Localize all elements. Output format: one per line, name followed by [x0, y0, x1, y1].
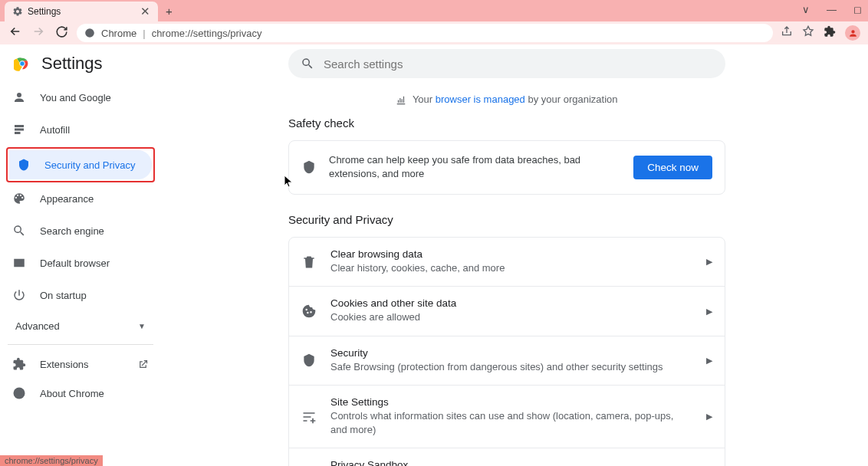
nav-autofill[interactable]: Autofill: [5, 115, 156, 144]
nav-search-engine[interactable]: Search engine: [5, 216, 156, 245]
row-title: Clear browsing data: [330, 248, 692, 260]
cookie-icon: [301, 304, 317, 319]
forward-button[interactable]: [31, 25, 46, 41]
nav-advanced[interactable]: Advanced ▼: [5, 313, 156, 340]
nav-about-chrome[interactable]: About Chrome: [5, 379, 156, 408]
nav-appearance[interactable]: Appearance: [5, 184, 156, 213]
minimize-button[interactable]: —: [827, 4, 837, 15]
toolbar: Chrome | chrome://settings/privacy: [0, 21, 868, 44]
divider: [8, 344, 153, 345]
back-button[interactable]: [8, 25, 23, 41]
toolbar-actions: [781, 25, 860, 41]
person-icon: [848, 28, 858, 38]
reload-button[interactable]: [54, 25, 69, 41]
trash-icon: [301, 254, 317, 270]
row-clear-browsing-data[interactable]: Clear browsing data Clear history, cooki…: [289, 238, 725, 286]
nav-label: About Chrome: [40, 388, 104, 399]
chevron-down-icon: ▼: [138, 322, 146, 330]
svg-point-4: [14, 388, 25, 399]
gear-icon: [12, 6, 23, 17]
autofill-icon: [12, 123, 26, 136]
puzzle-icon: [12, 357, 26, 371]
highlighted-nav-item: Security and Privacy: [6, 147, 155, 182]
nav-label: You and Google: [40, 92, 111, 103]
page-title: Settings: [41, 54, 103, 74]
row-title: Privacy Sandbox: [330, 459, 712, 466]
nav-extensions[interactable]: Extensions: [5, 350, 156, 379]
safety-check-section: Safety check Chrome can help keep you sa…: [288, 116, 725, 195]
status-bar: chrome://settings/privacy: [0, 455, 103, 466]
safety-check-desc: Chrome can help keep you safe from data …: [329, 153, 621, 182]
address-bar[interactable]: Chrome | chrome://settings/privacy: [77, 24, 773, 42]
nav-default-browser[interactable]: Default browser: [5, 248, 156, 277]
nav-label: Extensions: [40, 359, 89, 370]
managed-prefix: Your: [413, 94, 436, 105]
security-privacy-card: Clear browsing data Clear history, cooki…: [288, 237, 725, 466]
nav-label: Search engine: [40, 225, 104, 237]
tab-title: Settings: [28, 6, 61, 17]
nav-label: Advanced: [15, 320, 60, 332]
nav-label: Appearance: [40, 193, 94, 205]
separator: |: [143, 28, 145, 39]
row-title: Security: [330, 347, 692, 359]
section-title: Safety check: [288, 116, 725, 130]
nav-on-startup[interactable]: On startup: [5, 281, 156, 310]
row-subtitle: Controls what information sites can use …: [330, 409, 692, 437]
puzzle-icon[interactable]: [824, 25, 836, 41]
palette-icon: [12, 192, 26, 205]
window-controls: ∨ — ◻: [802, 4, 862, 15]
building-icon: [396, 95, 406, 106]
bookmark-button[interactable]: [802, 25, 814, 41]
managed-banner: Your browser is managed by your organiza…: [161, 94, 853, 106]
security-privacy-section: Security and Privacy Clear browsing data…: [288, 213, 725, 466]
row-title: Cookies and other site data: [330, 297, 692, 309]
row-site-settings[interactable]: Site Settings Controls what information …: [289, 385, 725, 448]
search-settings-bar[interactable]: [288, 49, 725, 78]
chevron-right-icon: ▶: [706, 257, 712, 267]
managed-suffix: by your organization: [525, 94, 618, 105]
check-now-button[interactable]: Check now: [633, 156, 712, 179]
maximize-button[interactable]: ◻: [853, 4, 862, 15]
chrome-icon: [12, 386, 26, 400]
chrome-logo-icon: [14, 55, 31, 72]
row-cookies[interactable]: Cookies and other site data Cookies are …: [289, 286, 725, 335]
person-icon: [12, 90, 26, 104]
verified-icon: [301, 159, 317, 175]
row-privacy-sandbox[interactable]: Privacy Sandbox: [289, 448, 725, 466]
nav-label: Default browser: [40, 258, 110, 269]
profile-avatar[interactable]: [845, 25, 860, 41]
nav-you-and-google[interactable]: You and Google: [5, 83, 156, 112]
content-area: You and Google Autofill Security and Pri…: [0, 78, 868, 466]
shield-icon: [17, 158, 31, 172]
new-tab-button[interactable]: +: [166, 5, 173, 18]
nav-label: Security and Privacy: [44, 159, 136, 171]
nav-label: Autofill: [40, 124, 70, 136]
tab-search-button[interactable]: ∨: [802, 4, 810, 15]
open-in-new-icon: [137, 359, 149, 370]
row-title: Site Settings: [330, 396, 692, 408]
url-text: chrome://settings/privacy: [152, 28, 765, 39]
share-button[interactable]: [781, 25, 793, 41]
safety-check-card: Chrome can help keep you safe from data …: [288, 140, 725, 195]
svg-point-0: [85, 28, 94, 38]
row-subtitle: Clear history, cookies, cache, and more: [330, 261, 692, 275]
search-icon: [301, 57, 314, 71]
sidebar: You and Google Autofill Security and Pri…: [0, 78, 161, 466]
info-icon: [84, 28, 95, 38]
nav-security-privacy[interactable]: Security and Privacy: [9, 150, 152, 179]
chevron-right-icon: ▶: [706, 356, 712, 366]
managed-link[interactable]: browser is managed: [436, 94, 525, 105]
nav-label: On startup: [40, 290, 87, 301]
row-security[interactable]: Security Safe Browsing (protection from …: [289, 336, 725, 385]
chevron-right-icon: ▶: [706, 307, 712, 317]
section-title: Security and Privacy: [288, 213, 725, 226]
main-content: Your browser is managed by your organiza…: [161, 78, 868, 466]
browser-icon: [12, 256, 26, 270]
search-icon: [12, 224, 26, 238]
tab-bar: Settings ✕ + ∨ — ◻: [0, 0, 868, 21]
search-input[interactable]: [324, 57, 713, 71]
browser-tab[interactable]: Settings ✕: [5, 2, 158, 21]
shield-icon: [301, 353, 317, 368]
close-tab-button[interactable]: ✕: [140, 5, 150, 18]
tune-icon: [301, 409, 317, 425]
